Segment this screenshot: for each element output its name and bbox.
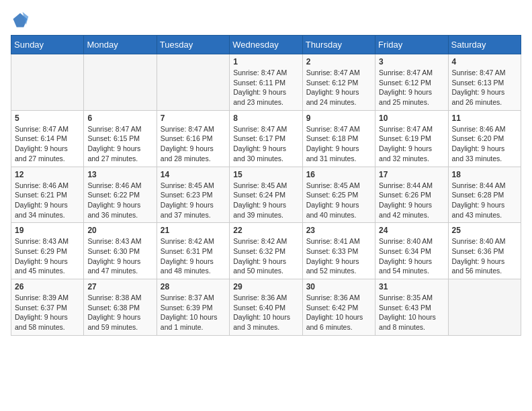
day-info: Sunrise: 8:40 AM Sunset: 6:34 PM Dayligh… bbox=[379, 236, 444, 276]
calendar-cell: 9Sunrise: 8:47 AM Sunset: 6:18 PM Daylig… bbox=[302, 110, 375, 167]
day-number: 10 bbox=[379, 113, 444, 123]
day-number: 21 bbox=[161, 226, 226, 235]
week-row-1: 1Sunrise: 8:47 AM Sunset: 6:11 PM Daylig… bbox=[11, 54, 521, 111]
calendar-cell: 17Sunrise: 8:44 AM Sunset: 6:26 PM Dayli… bbox=[375, 167, 448, 223]
calendar-cell: 19Sunrise: 8:43 AM Sunset: 6:29 PM Dayli… bbox=[11, 223, 84, 279]
week-row-2: 5Sunrise: 8:47 AM Sunset: 6:14 PM Daylig… bbox=[11, 110, 521, 167]
day-number: 23 bbox=[306, 226, 371, 235]
day-info: Sunrise: 8:47 AM Sunset: 6:18 PM Dayligh… bbox=[306, 124, 371, 164]
day-info: Sunrise: 8:35 AM Sunset: 6:43 PM Dayligh… bbox=[379, 293, 444, 332]
calendar-cell: 10Sunrise: 8:47 AM Sunset: 6:19 PM Dayli… bbox=[375, 110, 448, 167]
header-tuesday: Tuesday bbox=[157, 36, 229, 54]
day-info: Sunrise: 8:47 AM Sunset: 6:13 PM Dayligh… bbox=[452, 68, 517, 107]
day-info: Sunrise: 8:38 AM Sunset: 6:38 PM Dayligh… bbox=[87, 293, 152, 332]
day-info: Sunrise: 8:47 AM Sunset: 6:19 PM Dayligh… bbox=[379, 124, 444, 164]
day-info: Sunrise: 8:36 AM Sunset: 6:40 PM Dayligh… bbox=[233, 293, 298, 332]
day-number: 5 bbox=[15, 113, 80, 123]
day-number: 3 bbox=[379, 57, 444, 66]
calendar-cell: 3Sunrise: 8:47 AM Sunset: 6:12 PM Daylig… bbox=[375, 54, 448, 111]
day-info: Sunrise: 8:46 AM Sunset: 6:21 PM Dayligh… bbox=[15, 181, 80, 220]
day-number: 28 bbox=[161, 282, 226, 291]
day-number: 27 bbox=[87, 282, 152, 291]
calendar-cell: 4Sunrise: 8:47 AM Sunset: 6:13 PM Daylig… bbox=[448, 54, 521, 111]
calendar-cell: 12Sunrise: 8:46 AM Sunset: 6:21 PM Dayli… bbox=[11, 167, 84, 223]
day-number: 14 bbox=[161, 170, 226, 179]
day-info: Sunrise: 8:43 AM Sunset: 6:30 PM Dayligh… bbox=[87, 236, 152, 276]
calendar-cell: 7Sunrise: 8:47 AM Sunset: 6:16 PM Daylig… bbox=[157, 110, 229, 167]
calendar-cell: 27Sunrise: 8:38 AM Sunset: 6:38 PM Dayli… bbox=[84, 279, 157, 336]
calendar-body: 1Sunrise: 8:47 AM Sunset: 6:11 PM Daylig… bbox=[11, 54, 521, 336]
day-info: Sunrise: 8:41 AM Sunset: 6:33 PM Dayligh… bbox=[306, 236, 371, 276]
day-info: Sunrise: 8:47 AM Sunset: 6:12 PM Dayligh… bbox=[306, 68, 371, 107]
calendar-cell: 29Sunrise: 8:36 AM Sunset: 6:40 PM Dayli… bbox=[230, 279, 302, 336]
day-info: Sunrise: 8:42 AM Sunset: 6:32 PM Dayligh… bbox=[233, 236, 298, 276]
day-info: Sunrise: 8:40 AM Sunset: 6:36 PM Dayligh… bbox=[452, 236, 517, 276]
calendar-cell: 14Sunrise: 8:45 AM Sunset: 6:23 PM Dayli… bbox=[157, 167, 229, 223]
day-info: Sunrise: 8:42 AM Sunset: 6:31 PM Dayligh… bbox=[161, 236, 226, 276]
calendar-cell: 20Sunrise: 8:43 AM Sunset: 6:30 PM Dayli… bbox=[84, 223, 157, 279]
calendar-cell: 2Sunrise: 8:47 AM Sunset: 6:12 PM Daylig… bbox=[302, 54, 375, 111]
day-info: Sunrise: 8:47 AM Sunset: 6:16 PM Dayligh… bbox=[161, 124, 226, 164]
calendar-cell: 6Sunrise: 8:47 AM Sunset: 6:15 PM Daylig… bbox=[84, 110, 157, 167]
calendar-table: SundayMondayTuesdayWednesdayThursdayFrid… bbox=[11, 35, 521, 336]
day-info: Sunrise: 8:47 AM Sunset: 6:12 PM Dayligh… bbox=[379, 68, 444, 107]
day-number: 24 bbox=[379, 226, 444, 235]
day-info: Sunrise: 8:44 AM Sunset: 6:28 PM Dayligh… bbox=[452, 181, 517, 220]
day-number: 26 bbox=[15, 282, 80, 291]
day-number: 20 bbox=[87, 226, 152, 235]
day-number: 17 bbox=[379, 170, 444, 179]
page-header bbox=[11, 11, 521, 30]
day-number: 8 bbox=[233, 113, 298, 123]
day-info: Sunrise: 8:47 AM Sunset: 6:11 PM Dayligh… bbox=[233, 68, 298, 107]
day-info: Sunrise: 8:46 AM Sunset: 6:22 PM Dayligh… bbox=[87, 181, 152, 220]
logo bbox=[11, 11, 32, 30]
day-number: 19 bbox=[15, 226, 80, 235]
day-number: 16 bbox=[306, 170, 371, 179]
week-row-5: 26Sunrise: 8:39 AM Sunset: 6:37 PM Dayli… bbox=[11, 279, 521, 336]
day-info: Sunrise: 8:44 AM Sunset: 6:26 PM Dayligh… bbox=[379, 181, 444, 220]
day-info: Sunrise: 8:37 AM Sunset: 6:39 PM Dayligh… bbox=[161, 293, 226, 332]
header-wednesday: Wednesday bbox=[230, 36, 302, 54]
calendar-cell: 16Sunrise: 8:45 AM Sunset: 6:25 PM Dayli… bbox=[302, 167, 375, 223]
header-monday: Monday bbox=[84, 36, 157, 54]
calendar-cell: 25Sunrise: 8:40 AM Sunset: 6:36 PM Dayli… bbox=[448, 223, 521, 279]
calendar-cell bbox=[157, 54, 229, 111]
day-number: 22 bbox=[233, 226, 298, 235]
day-number: 2 bbox=[306, 57, 371, 66]
logo-icon bbox=[11, 11, 30, 30]
calendar-cell: 1Sunrise: 8:47 AM Sunset: 6:11 PM Daylig… bbox=[230, 54, 302, 111]
day-info: Sunrise: 8:45 AM Sunset: 6:23 PM Dayligh… bbox=[161, 181, 226, 220]
calendar-cell: 30Sunrise: 8:36 AM Sunset: 6:42 PM Dayli… bbox=[302, 279, 375, 336]
calendar-cell: 31Sunrise: 8:35 AM Sunset: 6:43 PM Dayli… bbox=[375, 279, 448, 336]
header-row: SundayMondayTuesdayWednesdayThursdayFrid… bbox=[11, 36, 521, 54]
day-info: Sunrise: 8:47 AM Sunset: 6:15 PM Dayligh… bbox=[87, 124, 152, 164]
day-number: 29 bbox=[233, 282, 298, 291]
calendar-cell: 23Sunrise: 8:41 AM Sunset: 6:33 PM Dayli… bbox=[302, 223, 375, 279]
calendar-cell: 8Sunrise: 8:47 AM Sunset: 6:17 PM Daylig… bbox=[230, 110, 302, 167]
calendar-cell bbox=[11, 54, 84, 111]
day-number: 13 bbox=[87, 170, 152, 179]
day-number: 6 bbox=[87, 113, 152, 123]
header-saturday: Saturday bbox=[448, 36, 521, 54]
day-number: 25 bbox=[452, 226, 517, 235]
calendar-cell: 13Sunrise: 8:46 AM Sunset: 6:22 PM Dayli… bbox=[84, 167, 157, 223]
day-number: 30 bbox=[306, 282, 371, 291]
week-row-3: 12Sunrise: 8:46 AM Sunset: 6:21 PM Dayli… bbox=[11, 167, 521, 223]
calendar-cell bbox=[448, 279, 521, 336]
day-number: 12 bbox=[15, 170, 80, 179]
day-number: 4 bbox=[452, 57, 517, 66]
day-number: 31 bbox=[379, 282, 444, 291]
day-info: Sunrise: 8:46 AM Sunset: 6:20 PM Dayligh… bbox=[452, 124, 517, 164]
header-thursday: Thursday bbox=[302, 36, 375, 54]
day-info: Sunrise: 8:47 AM Sunset: 6:17 PM Dayligh… bbox=[233, 124, 298, 164]
day-info: Sunrise: 8:45 AM Sunset: 6:25 PM Dayligh… bbox=[306, 181, 371, 220]
calendar-cell: 26Sunrise: 8:39 AM Sunset: 6:37 PM Dayli… bbox=[11, 279, 84, 336]
calendar-cell: 15Sunrise: 8:45 AM Sunset: 6:24 PM Dayli… bbox=[230, 167, 302, 223]
day-info: Sunrise: 8:39 AM Sunset: 6:37 PM Dayligh… bbox=[15, 293, 80, 332]
calendar-cell: 18Sunrise: 8:44 AM Sunset: 6:28 PM Dayli… bbox=[448, 167, 521, 223]
calendar-cell: 22Sunrise: 8:42 AM Sunset: 6:32 PM Dayli… bbox=[230, 223, 302, 279]
day-number: 15 bbox=[233, 170, 298, 179]
calendar-cell: 5Sunrise: 8:47 AM Sunset: 6:14 PM Daylig… bbox=[11, 110, 84, 167]
week-row-4: 19Sunrise: 8:43 AM Sunset: 6:29 PM Dayli… bbox=[11, 223, 521, 279]
day-number: 18 bbox=[452, 170, 517, 179]
